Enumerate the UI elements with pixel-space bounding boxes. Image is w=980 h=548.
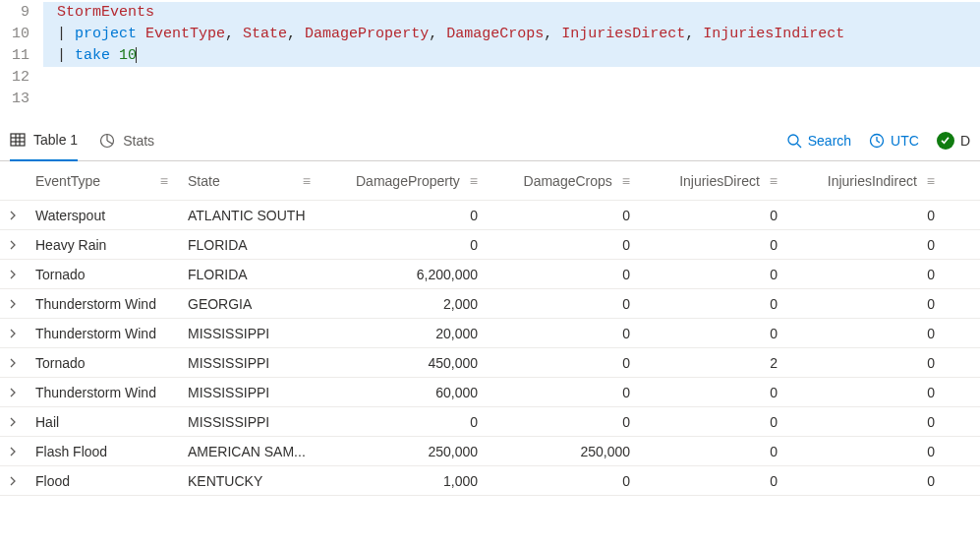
timezone-label: UTC (891, 133, 919, 149)
cell-eventtype: Tornado (26, 267, 178, 282)
column-menu-icon[interactable]: ≡ (770, 173, 778, 189)
cell-injuriesdirect: 0 (640, 326, 787, 341)
cell-damageproperty: 0 (320, 414, 488, 430)
expand-row-button[interactable] (0, 414, 26, 430)
cell-injuriesindirect: 0 (787, 296, 945, 312)
cell-injuriesdirect: 0 (640, 237, 787, 253)
cell-eventtype: Flood (26, 473, 178, 489)
cell-state: MISSISSIPPI (178, 414, 320, 430)
cell-damageproperty: 1,000 (320, 473, 488, 489)
cell-eventtype: Thunderstorm Wind (26, 326, 178, 341)
cell-damageproperty: 250,000 (320, 444, 488, 459)
column-header-injuriesindirect[interactable]: InjuriesIndirect≡ (787, 173, 945, 189)
cell-eventtype: Heavy Rain (26, 237, 178, 253)
expand-row-button[interactable] (0, 296, 26, 312)
table-row[interactable]: HailMISSISSIPPI0000 (0, 407, 980, 437)
column-header-damageproperty[interactable]: DamageProperty≡ (320, 173, 488, 189)
status-done[interactable]: D (937, 132, 970, 150)
column-header-label: EventType (35, 173, 100, 189)
status-done-label: D (960, 133, 970, 149)
table-row[interactable]: Flash FloodAMERICAN SAM...250,000250,000… (0, 437, 980, 466)
code-line[interactable]: | project EventType, State, DamageProper… (43, 24, 980, 45)
table-row[interactable]: Thunderstorm WindMISSISSIPPI60,000000 (0, 378, 980, 407)
table-row[interactable]: WaterspoutATLANTIC SOUTH0000 (0, 201, 980, 230)
cell-state: FLORIDA (178, 237, 320, 253)
cell-injuriesindirect: 0 (787, 473, 945, 489)
cell-injuriesdirect: 0 (640, 296, 787, 312)
tab-stats[interactable]: Stats (99, 120, 154, 161)
column-menu-icon[interactable]: ≡ (622, 173, 630, 189)
tab-table[interactable]: Table 1 (10, 120, 78, 161)
line-number: 12 (0, 67, 43, 89)
cell-state: AMERICAN SAM... (178, 444, 320, 459)
expand-row-button[interactable] (0, 355, 26, 371)
column-header-label: InjuriesDirect (679, 173, 760, 189)
cell-damageproperty: 0 (320, 208, 488, 223)
cell-injuriesdirect: 0 (640, 267, 787, 282)
expand-row-button[interactable] (0, 267, 26, 282)
cell-damageproperty: 20,000 (320, 326, 488, 341)
cell-injuriesindirect: 0 (787, 355, 945, 371)
column-menu-icon[interactable]: ≡ (470, 173, 478, 189)
cell-injuriesindirect: 0 (787, 208, 945, 223)
search-label: Search (808, 133, 851, 149)
cell-damagecrops: 250,000 (488, 444, 640, 459)
cell-damagecrops: 0 (488, 296, 640, 312)
expand-row-button[interactable] (0, 208, 26, 223)
timezone-button[interactable]: UTC (869, 133, 919, 149)
cell-damagecrops: 0 (488, 414, 640, 430)
expand-row-button[interactable] (0, 444, 26, 459)
table-row[interactable]: FloodKENTUCKY1,000000 (0, 466, 980, 496)
cell-state: GEORGIA (178, 296, 320, 312)
table-row[interactable]: Heavy RainFLORIDA0000 (0, 230, 980, 260)
cell-injuriesdirect: 2 (640, 355, 787, 371)
cell-damagecrops: 0 (488, 473, 640, 489)
column-header-state[interactable]: State≡ (178, 173, 320, 189)
search-icon (786, 133, 802, 149)
stats-icon (99, 133, 115, 149)
cell-damageproperty: 0 (320, 237, 488, 253)
column-header-injuriesdirect[interactable]: InjuriesDirect≡ (640, 173, 787, 189)
table-body: WaterspoutATLANTIC SOUTH0000Heavy RainFL… (0, 201, 980, 496)
cell-damageproperty: 6,200,000 (320, 267, 488, 282)
cell-damagecrops: 0 (488, 237, 640, 253)
column-header-eventtype[interactable]: EventType≡ (26, 173, 178, 189)
query-editor[interactable]: 9StormEvents10| project EventType, State… (0, 0, 980, 110)
cell-damageproperty: 2,000 (320, 296, 488, 312)
column-header-label: DamageCrops (524, 173, 612, 189)
column-header-damagecrops[interactable]: DamageCrops≡ (488, 173, 640, 189)
cell-damageproperty: 450,000 (320, 355, 488, 371)
cell-eventtype: Hail (26, 414, 178, 430)
search-button[interactable]: Search (786, 133, 851, 149)
column-menu-icon[interactable]: ≡ (160, 173, 168, 189)
expand-row-button[interactable] (0, 326, 26, 341)
svg-point-6 (788, 135, 798, 145)
expand-row-button[interactable] (0, 237, 26, 253)
code-line[interactable]: StormEvents (43, 2, 980, 24)
svg-rect-0 (11, 134, 25, 146)
table-row[interactable]: TornadoMISSISSIPPI450,000020 (0, 348, 980, 378)
cell-state: MISSISSIPPI (178, 385, 320, 400)
column-menu-icon[interactable]: ≡ (927, 173, 935, 189)
cell-injuriesdirect: 0 (640, 385, 787, 400)
code-line[interactable]: | take 10 (43, 45, 980, 67)
column-menu-icon[interactable]: ≡ (303, 173, 311, 189)
cell-state: ATLANTIC SOUTH (178, 208, 320, 223)
cell-injuriesdirect: 0 (640, 414, 787, 430)
table-row[interactable]: Thunderstorm WindMISSISSIPPI20,000000 (0, 319, 980, 348)
cell-eventtype: Thunderstorm Wind (26, 296, 178, 312)
cell-injuriesdirect: 0 (640, 208, 787, 223)
table-row[interactable]: TornadoFLORIDA6,200,000000 (0, 260, 980, 289)
cell-damageproperty: 60,000 (320, 385, 488, 400)
expand-row-button[interactable] (0, 473, 26, 489)
cell-damagecrops: 0 (488, 208, 640, 223)
column-header-label: State (188, 173, 220, 189)
clock-icon (869, 133, 885, 149)
expand-row-button[interactable] (0, 385, 26, 400)
cell-state: MISSISSIPPI (178, 355, 320, 371)
result-tabbar: Table 1 Stats Search (0, 120, 980, 161)
cell-injuriesindirect: 0 (787, 267, 945, 282)
table-row[interactable]: Thunderstorm WindGEORGIA2,000000 (0, 289, 980, 319)
cell-state: MISSISSIPPI (178, 326, 320, 341)
cell-injuriesindirect: 0 (787, 385, 945, 400)
